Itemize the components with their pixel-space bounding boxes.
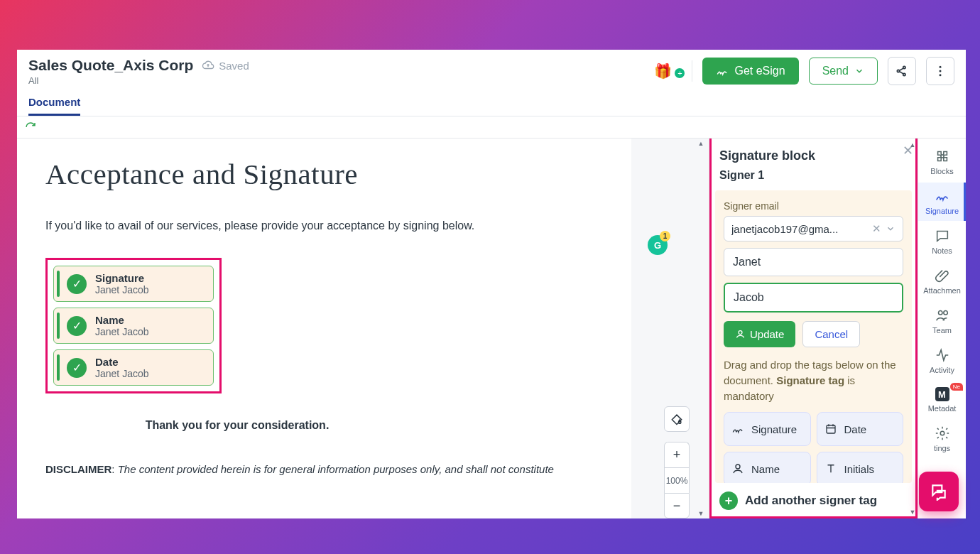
chat-icon <box>935 228 950 244</box>
block-signer: Janet Jacob <box>95 368 149 379</box>
chevron-down-icon[interactable] <box>886 224 895 234</box>
refresh-icon[interactable] <box>24 121 959 134</box>
more-button[interactable] <box>926 57 954 85</box>
get-esign-button[interactable]: Get eSign <box>702 58 798 85</box>
top-actions: 🎁 Get eSign Send <box>654 57 954 85</box>
document-title-text: Sales Quote_Axis Corp <box>28 57 193 74</box>
add-signer-button[interactable]: + Add another signer tag <box>709 483 918 518</box>
block-signer: Janet Jacob <box>95 284 149 295</box>
rail-metadata[interactable]: Ne M Metadat <box>918 381 966 418</box>
calendar-icon <box>824 423 837 435</box>
scroll-up-icon[interactable]: ▲ <box>696 140 706 147</box>
email-label: Signer email <box>724 200 903 212</box>
signer-email-select[interactable]: janetjacob197@gma... ✕ <box>724 216 903 241</box>
app-window: Sales Quote_Axis Corp Saved All 🎁 Get eS… <box>17 50 966 518</box>
user-icon <box>735 329 746 340</box>
signature-blocks-highlight: ✓ Signature Janet Jacob ✓ Name Janet Jac… <box>45 258 222 393</box>
new-badge: Ne <box>950 383 963 391</box>
fill-tool-button[interactable] <box>664 406 690 432</box>
rail-activity[interactable]: Activity <box>918 342 966 380</box>
scroll-up-icon[interactable]: ▲ <box>909 141 916 148</box>
block-label: Name <box>95 314 149 326</box>
chevron-down-icon <box>854 66 864 76</box>
rail-settings[interactable]: tings <box>918 420 966 458</box>
side-rail: Blocks Signature Notes Attachmen <box>918 138 966 518</box>
main: ▲ ▼ Acceptance and Signature If you'd li… <box>17 138 966 518</box>
block-label: Date <box>95 356 149 368</box>
paperclip-icon <box>935 268 950 283</box>
puzzle-icon <box>935 148 950 164</box>
gift-icon[interactable]: 🎁 <box>654 63 672 80</box>
tag-grid: Signature Date Name Initials <box>724 412 903 483</box>
panel-title: Signature block <box>709 146 918 169</box>
tag-name[interactable]: Name <box>724 452 811 483</box>
svg-point-2 <box>940 74 942 76</box>
tabrow: Document <box>17 90 966 116</box>
saved-status: Saved <box>202 59 249 72</box>
check-icon: ✓ <box>67 358 87 378</box>
signature-icon <box>716 65 729 77</box>
signature-icon <box>731 423 744 435</box>
svg-point-1 <box>940 70 942 72</box>
share-icon <box>895 64 909 78</box>
chat-bubble-icon <box>930 482 948 501</box>
chat-widget-button[interactable] <box>919 472 959 511</box>
doc-disclaimer: DISCLAIMER: The content provided herein … <box>45 463 585 475</box>
plus-icon: + <box>719 491 738 510</box>
doc-heading: Acceptance and Signature <box>45 157 631 191</box>
zoom-out-button[interactable]: − <box>664 493 690 518</box>
scroll-down-icon[interactable]: ▼ <box>909 509 916 516</box>
signer-form: Signer email janetjacob197@gma... ✕ Upda… <box>715 190 912 483</box>
signature-block-date[interactable]: ✓ Date Janet Jacob <box>53 349 214 386</box>
block-label: Signature <box>95 272 149 284</box>
tag-signature[interactable]: Signature <box>724 412 811 446</box>
rail-blocks[interactable]: Blocks <box>918 143 966 181</box>
topbar: Sales Quote_Axis Corp Saved All 🎁 Get eS… <box>17 50 966 86</box>
metadata-icon: M <box>935 387 949 401</box>
doc-thanks: Thank you for your consideration. <box>45 419 429 432</box>
zoom-level: 100% <box>664 467 690 493</box>
document-title: Sales Quote_Axis Corp Saved <box>28 57 654 74</box>
email-value: janetjacob197@gma... <box>731 223 868 235</box>
scroll-down-icon[interactable]: ▼ <box>696 510 706 517</box>
divider <box>692 60 692 82</box>
check-icon: ✓ <box>67 274 87 294</box>
tag-date[interactable]: Date <box>817 412 904 446</box>
zoom-in-button[interactable]: + <box>664 442 690 467</box>
rail-signature[interactable]: Signature <box>918 183 966 221</box>
cancel-button[interactable]: Cancel <box>802 321 860 347</box>
team-icon <box>935 308 950 323</box>
workspace-name[interactable]: All <box>28 75 654 86</box>
last-name-input[interactable] <box>724 283 903 313</box>
document-canvas[interactable]: ▲ ▼ Acceptance and Signature If you'd li… <box>17 138 709 518</box>
grammarly-icon[interactable]: G <box>648 235 668 255</box>
gear-icon <box>935 425 950 441</box>
rail-notes[interactable]: Notes <box>918 222 966 261</box>
check-icon: ✓ <box>67 316 87 336</box>
clear-email-icon[interactable]: ✕ <box>872 222 881 235</box>
svg-point-0 <box>940 66 942 68</box>
signer-heading: Signer 1 <box>719 169 908 182</box>
tag-initials[interactable]: Initials <box>817 452 904 483</box>
svg-point-4 <box>940 431 944 435</box>
activity-icon <box>935 347 950 363</box>
rail-team[interactable]: Team <box>918 302 966 340</box>
rail-attachments[interactable]: Attachmen <box>918 262 966 300</box>
paint-bucket-icon <box>670 412 684 426</box>
svg-rect-3 <box>827 425 835 433</box>
more-vertical-icon <box>933 64 947 78</box>
send-button[interactable]: Send <box>809 58 878 85</box>
tab-document[interactable]: Document <box>28 90 80 116</box>
toolbar <box>17 116 966 138</box>
block-signer: Janet Jacob <box>95 326 149 337</box>
doc-intro: If you'd like to avail of our services, … <box>45 219 631 232</box>
update-button[interactable]: Update <box>724 321 795 347</box>
user-icon <box>731 462 744 475</box>
share-button[interactable] <box>888 57 916 85</box>
drag-hint: Drag and drop the tags below on the docu… <box>724 357 903 403</box>
first-name-input[interactable] <box>724 248 903 276</box>
document-page: Acceptance and Signature If you'd like t… <box>17 138 631 518</box>
signature-block-signature[interactable]: ✓ Signature Janet Jacob <box>53 266 214 302</box>
signature-block-name[interactable]: ✓ Name Janet Jacob <box>53 308 214 344</box>
canvas-tools: + 100% − <box>664 406 690 518</box>
